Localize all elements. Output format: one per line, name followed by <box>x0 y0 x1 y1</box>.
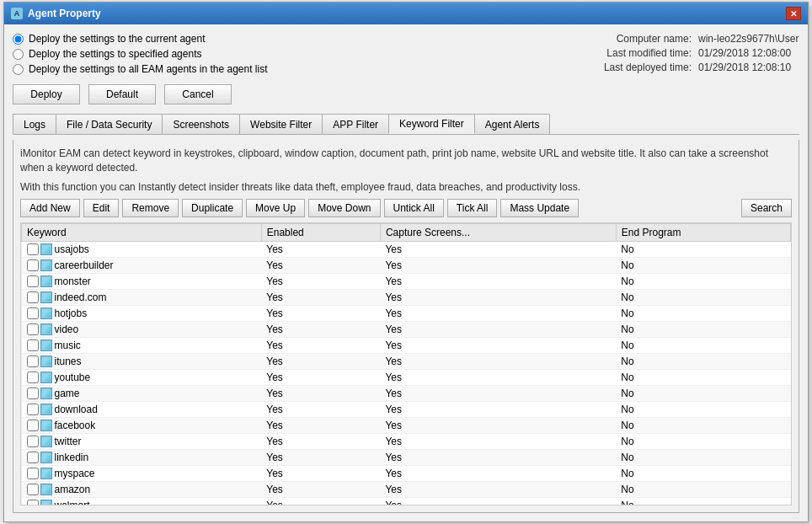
cell-end-program: No <box>616 450 790 466</box>
cell-enabled: Yes <box>261 482 380 498</box>
cell-capture: Yes <box>380 402 616 418</box>
row-checkbox[interactable] <box>27 259 39 271</box>
cell-end-program: No <box>616 274 790 290</box>
keyword-value: linkedin <box>55 452 89 463</box>
cell-enabled: Yes <box>261 434 380 450</box>
row-checkbox[interactable] <box>27 291 39 303</box>
file-icon <box>40 323 52 335</box>
row-checkbox[interactable] <box>27 340 39 351</box>
row-checkbox[interactable] <box>27 404 39 415</box>
cancel-button[interactable]: Cancel <box>164 84 232 104</box>
table-row[interactable]: monster Yes Yes No <box>22 274 791 290</box>
tab-logs[interactable]: Logs <box>13 114 56 134</box>
cell-capture: Yes <box>380 290 616 306</box>
title-bar-left: A Agent Property <box>11 8 101 19</box>
move-up-button[interactable]: Move Up <box>246 199 305 217</box>
keyword-value: youtube <box>55 372 91 383</box>
row-checkbox[interactable] <box>27 243 39 255</box>
radio-label-3: Deploy the settings to all EAM agents in… <box>29 63 268 75</box>
cell-enabled: Yes <box>261 274 380 290</box>
keyword-value: indeed.com <box>55 291 107 303</box>
action-button-row: Deploy Default Cancel <box>13 80 799 109</box>
edit-button[interactable]: Edit <box>83 199 120 217</box>
move-down-button[interactable]: Move Down <box>308 199 380 217</box>
row-checkbox[interactable] <box>27 484 39 495</box>
row-checkbox[interactable] <box>27 356 39 367</box>
row-checkbox[interactable] <box>27 372 39 383</box>
table-row[interactable]: twitter Yes Yes No <box>22 434 791 450</box>
search-button[interactable]: Search <box>741 199 792 217</box>
duplicate-button[interactable]: Duplicate <box>182 199 243 217</box>
add-new-button[interactable]: Add New <box>20 199 80 217</box>
table-row[interactable]: facebook Yes Yes No <box>22 418 791 434</box>
untick-all-button[interactable]: Untick All <box>384 199 444 217</box>
table-row[interactable]: music Yes Yes No <box>22 338 791 354</box>
tab-file-data-security[interactable]: File / Data Security <box>56 114 163 134</box>
default-button[interactable]: Default <box>88 84 156 104</box>
tab-app-filter[interactable]: APP Filter <box>322 114 389 134</box>
row-checkbox[interactable] <box>27 452 39 463</box>
cell-enabled: Yes <box>261 370 380 386</box>
cell-keyword: download <box>22 402 262 418</box>
top-section: Deploy the settings to the current agent… <box>13 33 799 75</box>
radio-option-1[interactable]: Deploy the settings to the current agent <box>13 33 268 45</box>
keyword-value: music <box>55 340 81 351</box>
row-checkbox[interactable] <box>27 275 39 287</box>
table-row[interactable]: itunes Yes Yes No <box>22 354 791 370</box>
last-modified-value: 01/29/2018 12:08:00 <box>698 47 799 59</box>
tab-website-filter[interactable]: Website Filter <box>239 114 323 134</box>
radio-option-3[interactable]: Deploy the settings to all EAM agents in… <box>13 63 268 75</box>
keyword-toolbar: Add New Edit Remove Duplicate Move Up Mo… <box>20 199 792 217</box>
cell-end-program: No <box>616 434 790 450</box>
table-row[interactable]: download Yes Yes No <box>22 402 791 418</box>
table-row[interactable]: game Yes Yes No <box>22 386 791 402</box>
cell-end-program: No <box>616 498 790 505</box>
cell-enabled: Yes <box>261 322 380 338</box>
table-row[interactable]: careerbuilder Yes Yes No <box>22 258 791 274</box>
cell-end-program: No <box>616 258 790 274</box>
row-checkbox[interactable] <box>27 500 39 505</box>
file-icon <box>40 275 52 287</box>
file-icon <box>40 484 52 495</box>
row-checkbox[interactable] <box>27 388 39 399</box>
radio-label-2: Deploy the settings to specified agents <box>29 48 201 60</box>
last-deployed-value: 01/29/2018 12:08:10 <box>698 61 799 73</box>
mass-update-button[interactable]: Mass Update <box>500 199 579 217</box>
keyword-table: Keyword Enabled Capture Screens... End P… <box>21 223 791 505</box>
table-row[interactable]: myspace Yes Yes No <box>22 466 791 482</box>
row-checkbox[interactable] <box>27 436 39 447</box>
table-row[interactable]: indeed.com Yes Yes No <box>22 290 791 306</box>
cell-end-program: No <box>616 386 790 402</box>
last-deployed-row: Last deployed time: 01/29/2018 12:08:10 <box>599 61 799 73</box>
keyword-table-container[interactable]: Keyword Enabled Capture Screens... End P… <box>20 222 792 505</box>
file-icon <box>40 372 52 383</box>
computer-name-row: Computer name: win-leo22s9677h\User <box>599 33 799 45</box>
cell-enabled: Yes <box>261 242 380 258</box>
tab-screenshots[interactable]: Screenshots <box>162 114 240 134</box>
remove-button[interactable]: Remove <box>122 199 179 217</box>
tab-keyword-filter[interactable]: Keyword Filter <box>388 114 475 134</box>
cell-capture: Yes <box>380 274 616 290</box>
table-row[interactable]: linkedin Yes Yes No <box>22 450 791 466</box>
row-checkbox[interactable] <box>27 468 39 479</box>
main-window: A Agent Property ✕ Deploy the settings t… <box>3 2 809 522</box>
keyword-value: twitter <box>55 436 82 447</box>
table-row[interactable]: usajobs Yes Yes No <box>22 242 791 258</box>
table-row[interactable]: walmart Yes Yes No <box>22 498 791 505</box>
row-checkbox[interactable] <box>27 420 39 431</box>
row-checkbox[interactable] <box>27 307 39 319</box>
tab-agent-alerts[interactable]: Agent Alerts <box>474 114 551 134</box>
file-icon <box>40 291 52 303</box>
table-row[interactable]: youtube Yes Yes No <box>22 370 791 386</box>
computer-name-label: Computer name: <box>599 33 692 45</box>
tick-all-button[interactable]: Tick All <box>447 199 498 217</box>
cell-capture: Yes <box>380 354 616 370</box>
deploy-button[interactable]: Deploy <box>13 84 80 104</box>
radio-option-2[interactable]: Deploy the settings to specified agents <box>13 48 268 60</box>
app-icon: A <box>11 8 23 19</box>
table-row[interactable]: video Yes Yes No <box>22 322 791 338</box>
table-row[interactable]: hotjobs Yes Yes No <box>22 306 791 322</box>
row-checkbox[interactable] <box>27 323 39 335</box>
close-button[interactable]: ✕ <box>786 7 801 20</box>
table-row[interactable]: amazon Yes Yes No <box>22 482 791 498</box>
